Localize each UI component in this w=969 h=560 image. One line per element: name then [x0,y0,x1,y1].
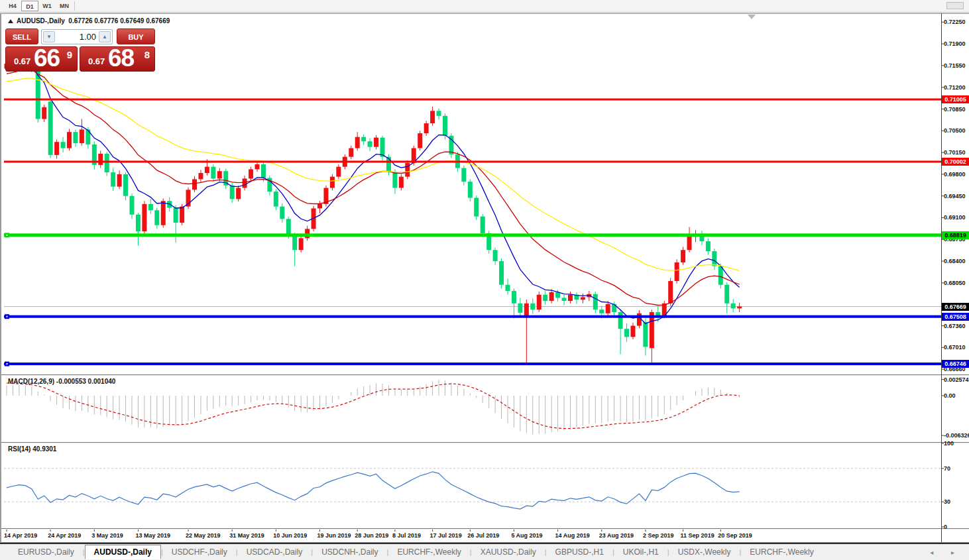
volume-decrease-button[interactable]: ▼ [43,31,55,42]
buy-price-button[interactable]: 0.67 68 8 [80,46,155,72]
sell-price-button[interactable]: 0.67 66 9 [5,46,78,72]
mt4-window: H4D1W1MN AUDUSD-,Daily 0.67726 0.67776 0… [0,0,969,560]
date-axis-label: 26 Jul 2019 [467,532,499,539]
buy-price-sup: 8 [144,49,150,60]
chart-tab-xauusd-daily[interactable]: XAUUSD-,Daily [472,545,545,559]
collapse-triangle-icon[interactable] [8,19,13,23]
volume-field[interactable]: ▼ 1.00 ▲ [41,29,113,44]
price-level-badge: 0.67669 [942,303,969,311]
date-axis-label: 19 Jun 2019 [317,532,351,539]
price-axis-label: 0.70500 [944,127,966,134]
date-axis-label: 23 Aug 2019 [599,532,634,539]
sell-price-prefix: 0.67 [14,56,30,66]
chart-tab-bar: EURUSD-,Daily|AUDUSD-,Daily|USDCHF-,Dail… [0,543,969,560]
date-axis-label: 31 May 2019 [229,532,264,539]
chart-symbol-header: AUDUSD-,Daily 0.67726 0.67776 0.67649 0.… [8,17,170,25]
date-axis-label: 20 Sep 2019 [718,532,752,539]
price-axis-label: 0.68400 [944,258,966,264]
price-axis-label: 0.67360 [944,323,966,329]
date-axis-label: 17 Jul 2019 [430,532,462,539]
chart-tab-eurchf-weekly[interactable]: EURCHF-,Weekly [388,545,469,559]
chart-tab-eurchf-weekly[interactable]: EURCHF-,Weekly [741,545,822,559]
moving-average-lines [7,62,740,324]
rsi-scale-label: 0 [944,524,947,530]
symbol-title: AUDUSD-,Daily [17,17,65,25]
price-level-badge: 0.66746 [942,360,969,368]
price-axis-label: 0.71900 [944,40,966,47]
price-axis-label: 0.72250 [944,19,966,25]
sell-price-big: 66 [34,44,60,72]
date-axis-label: 13 May 2019 [135,532,170,539]
date-axis-label: 10 Jun 2019 [273,532,307,539]
date-axis-label: 14 Aug 2019 [555,532,590,539]
tab-scroll-arrows[interactable]: ◂ ▸ [930,549,962,556]
date-axis-label: 5 Aug 2019 [511,532,542,539]
buy-button[interactable]: BUY [117,28,155,44]
date-axis-label: 3 May 2019 [91,532,123,539]
date-axis-label: 24 Apr 2019 [48,532,81,539]
buy-price-big: 68 [108,44,134,72]
macd-scale-label: 0.00 [944,392,956,399]
price-axis-label: 0.69800 [944,171,966,178]
chart-tab-usdcad-daily[interactable]: USDCAD-,Daily [238,545,312,559]
volume-increase-button[interactable]: ▲ [99,31,111,42]
date-axis-label: 28 Jun 2019 [355,532,388,539]
price-axis-label: 0.71200 [944,84,966,91]
one-click-trading-panel: SELL ▼ 1.00 ▲ BUY 0.67 66 9 0.67 68 8 [5,28,155,72]
rsi-scale-label: 100 [944,440,954,447]
chart-tab-audusd-daily[interactable]: AUDUSD-,Daily [85,545,161,559]
rsi-plot [4,469,941,509]
price-axis-label: 0.67010 [944,344,966,351]
autoscroll-marker-icon[interactable] [748,15,756,19]
chart-tab-usdcnh-daily[interactable]: USDCNH-,Daily [313,545,386,559]
macd-scale-label: -0.006326 [944,432,969,439]
macd-plot [7,380,740,434]
chart-tab-usdchf-daily[interactable]: USDCHF-,Daily [163,545,236,559]
chart-tab-ukoil-h1[interactable]: UKOil-,H1 [614,545,667,559]
price-axis-label: 0.71550 [944,62,966,69]
price-axis-label: 0.69450 [944,193,966,199]
chart-tab-gbpusd-h1[interactable]: GBPUSD-,H1 [547,545,612,559]
price-level-badge: 0.70002 [942,158,969,166]
price-level-badge: 0.68819 [942,231,969,239]
chart-tab-eurusd-daily[interactable]: EURUSD-,Daily [9,545,83,559]
macd-indicator-label: MACD(12,26,9) -0.000553 0.001040 [8,378,115,385]
volume-value[interactable]: 1.00 [80,32,96,42]
price-axis-label: 0.70850 [944,106,966,113]
price-level-badge: 0.71005 [942,95,969,103]
date-axis-label: 8 Jul 2019 [392,532,421,539]
date-axis-label: 14 Apr 2019 [4,532,37,539]
sell-price-sup: 9 [67,49,72,60]
sell-button[interactable]: SELL [5,28,38,44]
rsi-scale-label: 70 [944,465,950,472]
price-chart[interactable] [0,0,969,560]
price-axis-label: 0.68050 [944,280,966,286]
buy-price-prefix: 0.67 [88,56,105,66]
chart-tab-usdx-weekly[interactable]: USDX-,Weekly [669,545,740,559]
price-level-badge: 0.67508 [942,313,969,321]
rsi-indicator-label: RSI(14) 40.9301 [8,445,56,453]
symbol-ohlc-values: 0.67726 0.67776 0.67649 0.67669 [68,17,170,25]
date-axis-label: 2 Sep 2019 [643,532,674,539]
rsi-scale-label: 30 [944,498,950,505]
date-axis-label: 22 May 2019 [186,532,221,539]
date-axis-label: 11 Sep 2019 [681,532,714,539]
price-axis-label: 0.70150 [944,149,966,156]
macd-scale-label: 0.002574 [944,376,969,383]
price-axis-label: 0.69100 [944,214,966,221]
